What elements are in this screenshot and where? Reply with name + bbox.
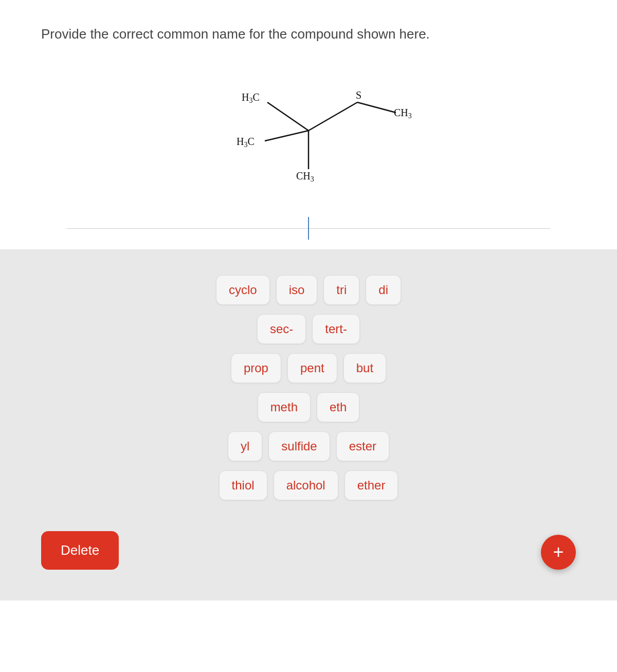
answer-line: [67, 228, 550, 229]
tile-prop[interactable]: prop: [231, 353, 281, 383]
tile-pent[interactable]: pent: [287, 353, 337, 383]
tile-eth[interactable]: eth: [317, 392, 359, 422]
tile-sec[interactable]: sec-: [257, 314, 306, 344]
svg-line-1: [265, 131, 308, 141]
tile-meth[interactable]: meth: [258, 392, 311, 422]
text-cursor: [308, 217, 309, 240]
svg-line-0: [267, 102, 308, 131]
tile-cyclo[interactable]: cyclo: [216, 275, 270, 305]
svg-text:H3C: H3C: [237, 136, 255, 149]
tile-row-2: sec- tert-: [257, 314, 360, 344]
tile-di[interactable]: di: [366, 275, 401, 305]
answer-input-area[interactable]: [41, 228, 576, 249]
tile-thiol[interactable]: thiol: [219, 470, 267, 500]
tile-but[interactable]: but: [343, 353, 386, 383]
tile-ester[interactable]: ester: [336, 431, 389, 461]
tile-ether[interactable]: ether: [344, 470, 398, 500]
question-text: Provide the correct common name for the …: [41, 25, 576, 43]
tiles-section: cyclo iso tri di sec- tert- prop pent bu…: [0, 249, 617, 601]
tile-alcohol[interactable]: alcohol: [274, 470, 338, 500]
tile-sulfide[interactable]: sulfide: [268, 431, 330, 461]
tile-yl[interactable]: yl: [228, 431, 262, 461]
svg-text:H3C: H3C: [242, 92, 260, 104]
svg-text:S: S: [356, 89, 361, 101]
plus-button[interactable]: +: [541, 535, 576, 570]
molecule-svg: H3C H3C CH3 S CH3: [206, 74, 411, 187]
tile-row-1: cyclo iso tri di: [216, 275, 401, 305]
bottom-buttons: Delete +: [0, 531, 617, 570]
svg-text:CH3: CH3: [394, 107, 411, 120]
svg-line-3: [308, 102, 357, 131]
tile-row-3: prop pent but: [231, 353, 386, 383]
tile-row-5: yl sulfide ester: [228, 431, 389, 461]
tile-row-4: meth eth: [258, 392, 360, 422]
tile-iso[interactable]: iso: [276, 275, 318, 305]
tile-tri[interactable]: tri: [323, 275, 359, 305]
svg-line-4: [357, 102, 396, 113]
delete-button[interactable]: Delete: [41, 531, 119, 570]
molecule-diagram: H3C H3C CH3 S CH3: [41, 74, 576, 187]
tile-tert[interactable]: tert-: [312, 314, 360, 344]
tiles-wrapper: cyclo iso tri di sec- tert- prop pent bu…: [216, 275, 401, 500]
svg-text:CH3: CH3: [296, 170, 314, 183]
tile-row-6: thiol alcohol ether: [219, 470, 398, 500]
